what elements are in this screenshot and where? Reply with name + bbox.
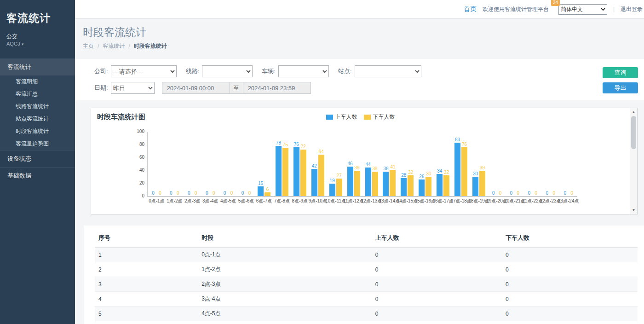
sidebar-section: 设备状态 bbox=[0, 150, 75, 167]
bar-wrap: 38 bbox=[383, 166, 389, 196]
sidebar-section-header[interactable]: 基础数据 bbox=[0, 168, 75, 184]
bar-group: 005点-6点 bbox=[237, 132, 255, 196]
org-code-label: AQGJ bbox=[6, 41, 20, 46]
y-axis-tick: 60 bbox=[139, 155, 144, 160]
bar-value-label: 72 bbox=[301, 144, 306, 149]
sidebar-section: 客流统计客流明细客流汇总线路客流统计站点客流统计时段客流统计客流量趋势图 bbox=[0, 58, 75, 150]
bar-wrap: 32 bbox=[443, 170, 449, 196]
company-select[interactable]: ---请选择--- bbox=[111, 65, 177, 77]
sidebar-item[interactable]: 客流明细 bbox=[0, 75, 75, 88]
bar-wrap: 0 bbox=[204, 191, 210, 196]
breadcrumb-section[interactable]: 客流统计 bbox=[103, 42, 125, 50]
date-preset-select[interactable]: 昨日 bbox=[111, 82, 155, 94]
bar bbox=[264, 192, 270, 196]
bar-value-label: 83 bbox=[455, 137, 460, 142]
bar-group: 001点-2点 bbox=[166, 132, 184, 196]
bar-wrap: 0 bbox=[168, 191, 174, 196]
bar-value-label: 0 bbox=[242, 191, 244, 196]
table-row: 65点-6点00 bbox=[95, 321, 638, 324]
sidebar-section-header[interactable]: 客流统计 bbox=[0, 59, 75, 75]
date-end-input[interactable] bbox=[243, 82, 311, 94]
scroll-down-icon[interactable]: ▼ bbox=[630, 208, 637, 212]
query-button[interactable]: 查询 bbox=[603, 67, 638, 78]
bar bbox=[365, 168, 371, 196]
bar-wrap: 76 bbox=[461, 142, 467, 196]
bar-wrap: 6 bbox=[264, 187, 270, 196]
bar bbox=[318, 155, 324, 196]
bar-wrap: 0 bbox=[508, 191, 514, 196]
x-axis-label: 3点-4点 bbox=[202, 198, 218, 204]
vehicle-label: 车辆: bbox=[262, 67, 276, 75]
bar bbox=[372, 172, 378, 196]
bar-wrap: 28 bbox=[401, 173, 407, 196]
bar-wrap: 39 bbox=[479, 165, 485, 196]
sidebar-item[interactable]: 站点客流统计 bbox=[0, 113, 75, 125]
line-select[interactable] bbox=[202, 65, 253, 77]
bar-group: 283214点-15点 bbox=[398, 132, 416, 196]
date-range-separator: 至 bbox=[230, 82, 243, 94]
bar bbox=[336, 179, 342, 196]
date-start-input[interactable] bbox=[162, 82, 230, 94]
bar bbox=[426, 177, 431, 196]
scroll-up-icon[interactable]: ▲ bbox=[630, 110, 637, 114]
x-axis-label: 6点-7点 bbox=[256, 198, 272, 204]
sidebar-section-header[interactable]: 设备状态 bbox=[0, 150, 75, 167]
home-link[interactable]: 首页 bbox=[464, 5, 477, 13]
bar bbox=[419, 179, 425, 196]
org-code-dropdown[interactable]: AQGJ ▾ bbox=[6, 41, 69, 46]
bar-wrap: 0 bbox=[186, 191, 192, 196]
bar-wrap: 78 bbox=[276, 140, 282, 196]
bar-wrap: 26 bbox=[419, 174, 425, 196]
export-button[interactable]: 导出 bbox=[603, 82, 638, 93]
table-cell: 0 bbox=[502, 321, 638, 324]
chart-scrollbar[interactable]: ▲ ▼ bbox=[630, 108, 637, 214]
bar-value-label: 15 bbox=[258, 181, 263, 186]
bar-wrap: 0 bbox=[562, 191, 568, 196]
bar-value-label: 41 bbox=[390, 164, 395, 169]
table-cell: 0 bbox=[502, 277, 638, 292]
breadcrumb-home[interactable]: 主页 bbox=[83, 42, 94, 50]
x-axis-label: 4点-5点 bbox=[220, 198, 236, 204]
sidebar-item[interactable]: 线路客流统计 bbox=[0, 100, 75, 113]
y-axis-tick: 80 bbox=[139, 142, 144, 147]
legend-item[interactable]: 上车人数 bbox=[326, 113, 357, 121]
filter-row-date: 日期: 昨日 至 bbox=[94, 82, 638, 94]
bar-value-label: 26 bbox=[419, 174, 424, 179]
bar-wrap: 0 bbox=[490, 191, 496, 196]
bar-wrap: 0 bbox=[229, 191, 235, 196]
bar bbox=[390, 170, 396, 196]
bar-wrap: 0 bbox=[240, 191, 246, 196]
bar-value-label: 0 bbox=[159, 191, 161, 196]
bar-value-label: 0 bbox=[206, 191, 208, 196]
bar bbox=[479, 171, 485, 196]
line-label: 线路: bbox=[186, 67, 200, 75]
bar-group: 837617点-18点 bbox=[452, 132, 470, 196]
vehicle-select[interactable] bbox=[278, 65, 329, 77]
table-row: 32点-3点00 bbox=[95, 277, 638, 292]
x-axis-label: 5点-6点 bbox=[238, 198, 254, 204]
sidebar-item[interactable]: 客流量趋势图 bbox=[0, 138, 75, 150]
bar-group: 1566点-7点 bbox=[255, 132, 273, 196]
logout-link[interactable]: 退出登录 bbox=[621, 6, 643, 13]
sidebar-item[interactable]: 客流汇总 bbox=[0, 88, 75, 100]
legend-item[interactable]: 下车人数 bbox=[364, 113, 395, 121]
bar-group: 0020点-21点 bbox=[506, 132, 523, 196]
language-select-wrap: 34 简体中文 bbox=[558, 4, 607, 15]
bar-value-label: 19 bbox=[330, 178, 335, 183]
bar bbox=[258, 186, 264, 196]
bar-wrap: 0 bbox=[544, 191, 550, 196]
bar-wrap: 41 bbox=[390, 164, 396, 196]
bar-wrap: 34 bbox=[437, 168, 443, 196]
bar-value-label: 0 bbox=[248, 191, 251, 196]
bar-wrap: 0 bbox=[526, 191, 532, 196]
language-select[interactable]: 简体中文 bbox=[558, 4, 607, 15]
notification-badge: 34 bbox=[551, 0, 560, 6]
station-select[interactable] bbox=[355, 65, 421, 77]
bar-value-label: 0 bbox=[224, 191, 226, 196]
sidebar-item[interactable]: 时段客流统计 bbox=[0, 125, 75, 138]
bar-value-label: 30 bbox=[426, 171, 431, 176]
table-cell: 0点-1点 bbox=[198, 247, 372, 262]
scrollbar-thumb[interactable] bbox=[631, 116, 636, 149]
breadcrumb-current: 时段客流统计 bbox=[134, 42, 167, 50]
bar-wrap: 32 bbox=[408, 170, 414, 196]
